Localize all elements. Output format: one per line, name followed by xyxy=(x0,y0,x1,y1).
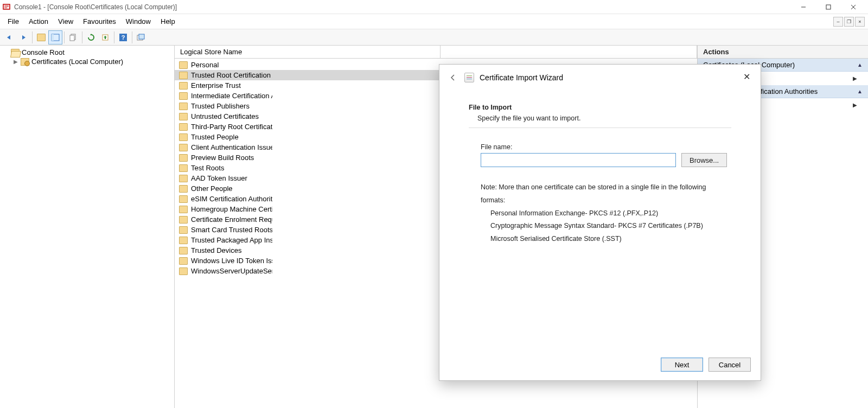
folder-icon xyxy=(179,92,188,100)
store-row-label: Third-Party Root Certification Authoriti… xyxy=(191,123,272,131)
toolbar-copy-button[interactable] xyxy=(66,30,80,44)
toolbar-export-button[interactable] xyxy=(98,30,112,44)
folder-icon xyxy=(179,164,188,172)
dialog-title: Certificate Import Wizard xyxy=(480,73,563,82)
browse-button[interactable]: Browse... xyxy=(681,153,727,167)
menu-action[interactable]: Action xyxy=(24,16,53,27)
window-minimize-button[interactable] xyxy=(791,1,816,13)
list-pane: Logical Store Name PersonalTrusted Root … xyxy=(175,46,698,408)
toolbar-help-button[interactable]: ? xyxy=(116,30,130,44)
list-header[interactable]: Logical Store Name xyxy=(175,46,697,59)
certificate-import-wizard-dialog: ✕ Certificate Import Wizard File to Impo… xyxy=(439,64,761,381)
collapse-icon[interactable]: ▲ xyxy=(857,62,863,68)
store-row-label: Smart Card Trusted Roots xyxy=(191,226,272,234)
store-row-label: eSIM Certification Authorities xyxy=(191,195,272,203)
store-row-label: Other People xyxy=(191,184,233,193)
menu-file[interactable]: File xyxy=(3,16,23,27)
window-titlebar: Console1 - [Console Root\Certificates (L… xyxy=(0,0,868,14)
mmc-app-icon xyxy=(2,3,11,11)
toolbar-refresh-button[interactable] xyxy=(84,30,98,44)
mdi-minimize-icon[interactable]: – xyxy=(833,17,843,27)
store-row-label: Homegroup Machine Certificates xyxy=(191,205,272,213)
folder-icon xyxy=(179,226,188,234)
store-row-label: WindowsServerUpdateServices xyxy=(191,267,272,275)
folder-icon xyxy=(179,82,188,90)
collapse-icon[interactable]: ▲ xyxy=(857,88,863,94)
folder-icon xyxy=(179,103,188,110)
tree-pane[interactable]: Console Root ▶ Certificates (Local Compu… xyxy=(0,46,175,408)
menu-view[interactable]: View xyxy=(54,16,78,27)
certificate-store-icon xyxy=(21,58,29,66)
store-row-label: Trusted Publishers xyxy=(191,102,250,110)
store-row-label: Windows Live ID Token Issuer xyxy=(191,257,272,265)
svg-rect-17 xyxy=(139,34,144,39)
toolbar-up-button[interactable] xyxy=(34,30,48,44)
folder-icon xyxy=(179,113,188,120)
store-row-label: Trusted People xyxy=(191,133,239,141)
store-row-label: AAD Token Issuer xyxy=(191,174,247,182)
folder-icon xyxy=(179,216,188,224)
folder-icon xyxy=(179,247,188,254)
window-title: Console1 - [Console Root\Certificates (L… xyxy=(14,3,177,11)
dialog-section-subheading: Specify the file you want to import. xyxy=(477,114,731,122)
svg-rect-4 xyxy=(4,8,7,8)
tree-child-label: Certificates (Local Computer) xyxy=(31,58,123,66)
note-format-sst: Microsoft Serialised Certificate Store (… xyxy=(490,233,731,246)
svg-rect-2 xyxy=(4,5,9,6)
store-row-label: Test Roots xyxy=(191,164,224,172)
divider xyxy=(469,127,731,128)
note-format-p7b: Cryptographic Message Syntax Standard- P… xyxy=(490,220,731,233)
folder-icon xyxy=(179,123,188,131)
certificate-wizard-icon xyxy=(464,73,474,82)
store-row-label: Preview Build Roots xyxy=(191,154,254,162)
svg-rect-3 xyxy=(4,7,9,7)
toolbar-forward-button[interactable] xyxy=(16,30,30,44)
folder-icon xyxy=(179,154,188,162)
mdi-restore-icon[interactable]: ❐ xyxy=(844,17,854,27)
dialog-back-button[interactable] xyxy=(447,72,459,84)
toolbar: ? xyxy=(0,29,868,46)
toolbar-new-window-button[interactable] xyxy=(134,30,148,44)
next-button[interactable]: Next xyxy=(661,358,703,372)
store-row-label: Intermediate Certification Authorities xyxy=(191,92,272,100)
chevron-right-icon: ▶ xyxy=(853,102,857,108)
note-format-pfx: Personal Information Exchange- PKCS #12 … xyxy=(490,207,731,220)
store-row-label: Untrusted Certificates xyxy=(191,112,259,120)
chevron-right-icon: ▶ xyxy=(853,75,857,81)
cancel-button[interactable]: Cancel xyxy=(709,358,751,372)
tree-root-label: Console Root xyxy=(22,48,65,56)
folder-icon xyxy=(179,133,188,141)
dialog-section-heading: File to Import xyxy=(469,104,731,111)
folder-icon xyxy=(179,185,188,193)
folder-icon xyxy=(179,195,188,203)
actions-header: Actions xyxy=(698,46,868,59)
folder-icon xyxy=(179,257,188,265)
note-intro: Note: More than one certificate can be s… xyxy=(481,181,731,207)
folder-icon xyxy=(179,144,188,151)
svg-rect-12 xyxy=(70,35,74,41)
toolbar-back-button[interactable] xyxy=(2,30,16,44)
window-maximize-button[interactable] xyxy=(816,1,841,13)
column-header-logical-store[interactable]: Logical Store Name xyxy=(175,46,441,58)
folder-icon xyxy=(179,61,188,69)
store-row-label: Trusted Packaged App Installation Author… xyxy=(191,236,272,244)
folder-icon xyxy=(179,237,188,244)
tree-root[interactable]: Console Root xyxy=(3,48,171,57)
window-close-button[interactable] xyxy=(841,1,866,13)
folder-icon xyxy=(179,267,188,275)
store-row-label: Client Authentication Issuers xyxy=(191,143,272,151)
dialog-close-button[interactable]: ✕ xyxy=(740,70,753,83)
tree-child-certificates[interactable]: ▶ Certificates (Local Computer) xyxy=(3,57,171,66)
folder-icon xyxy=(11,49,20,56)
toolbar-show-tree-button[interactable] xyxy=(48,30,62,44)
mdi-close-icon[interactable]: × xyxy=(855,17,865,27)
menu-favourites[interactable]: Favourites xyxy=(79,16,120,27)
menu-help[interactable]: Help xyxy=(156,16,180,27)
svg-rect-10 xyxy=(52,34,54,41)
file-name-input[interactable] xyxy=(481,153,676,167)
chevron-right-icon[interactable]: ▶ xyxy=(13,59,18,65)
menu-window[interactable]: Window xyxy=(122,16,155,27)
svg-line-7 xyxy=(851,5,856,9)
svg-text:?: ? xyxy=(122,34,125,41)
svg-line-8 xyxy=(851,5,856,9)
